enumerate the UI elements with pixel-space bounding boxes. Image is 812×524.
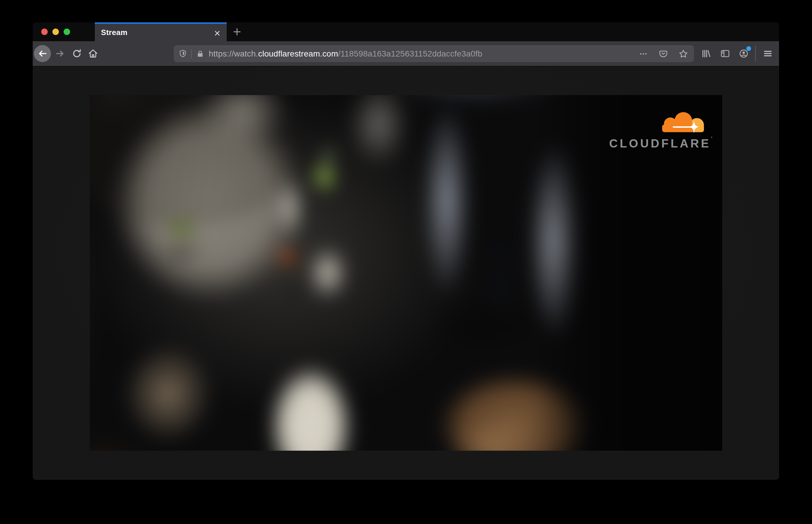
url-text: https://watch.cloudflarestream.com/11859…: [209, 49, 482, 59]
home-button[interactable]: [86, 47, 99, 60]
cloudflare-cloud-icon: [660, 109, 708, 135]
forward-button[interactable]: [53, 47, 67, 60]
url-domain: cloudflarestream.com: [258, 49, 338, 58]
bookmark-star-icon[interactable]: [678, 48, 689, 60]
titlebar: Stream: [33, 22, 779, 41]
trademark-mark: ’: [711, 136, 713, 142]
minimize-window-button[interactable]: [52, 29, 59, 35]
nav-toolbar: https://watch.cloudflarestream.com/11859…: [33, 41, 779, 67]
url-path: /118598a163a125631152ddaccfe3a0fb: [338, 49, 482, 58]
tracking-protection-shield-icon[interactable]: [178, 49, 188, 59]
tab-close-icon[interactable]: [212, 28, 223, 38]
library-icon[interactable]: [700, 47, 713, 60]
reload-button[interactable]: [70, 47, 83, 60]
zoom-window-button[interactable]: [64, 29, 70, 35]
tab-title: Stream: [101, 28, 128, 37]
page-content: CLOUDFLARE’: [33, 67, 779, 480]
url-bar[interactable]: https://watch.cloudflarestream.com/11859…: [174, 46, 694, 62]
padlock-icon[interactable]: [196, 49, 205, 58]
url-prefix: https://watch.: [209, 49, 258, 58]
sidebar-icon[interactable]: [719, 47, 732, 60]
new-tab-button[interactable]: [229, 23, 245, 40]
cloudflare-logo: CLOUDFLARE’: [609, 109, 709, 150]
toolbar-divider: [755, 46, 756, 62]
tab-stream[interactable]: Stream: [95, 22, 227, 41]
back-button[interactable]: [34, 45, 51, 62]
close-window-button[interactable]: [41, 29, 48, 35]
video-player[interactable]: CLOUDFLARE’: [90, 95, 722, 451]
hamburger-menu-icon[interactable]: [761, 47, 774, 60]
account-icon[interactable]: [737, 47, 750, 60]
urlbar-divider: [191, 49, 192, 59]
page-actions-ellipsis-icon[interactable]: [637, 48, 649, 60]
cloudflare-wordmark: CLOUDFLARE’: [609, 136, 709, 150]
pocket-icon[interactable]: [657, 48, 669, 60]
account-notification-badge: [746, 46, 751, 51]
browser-window: Stream https://watch.cloudflarest: [33, 22, 779, 480]
window-controls: [41, 29, 70, 35]
